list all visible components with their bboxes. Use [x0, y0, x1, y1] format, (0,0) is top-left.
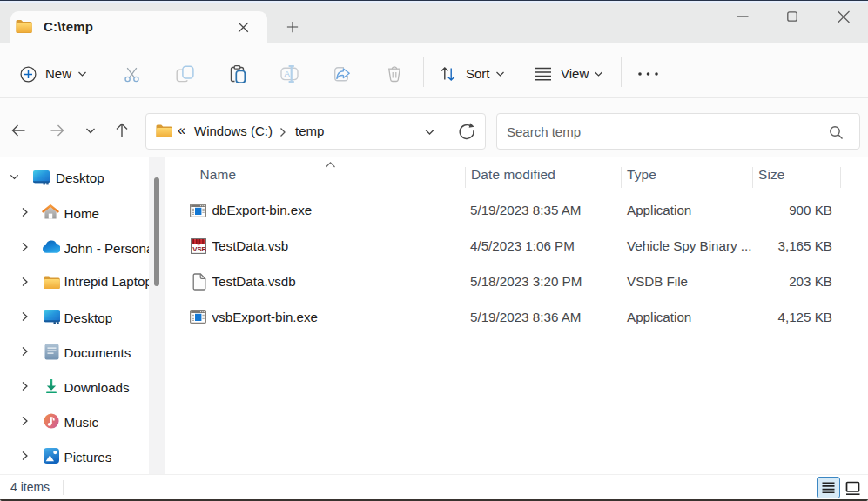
svg-text:A: A: [284, 69, 290, 78]
svg-text:VSB: VSB: [192, 245, 206, 253]
